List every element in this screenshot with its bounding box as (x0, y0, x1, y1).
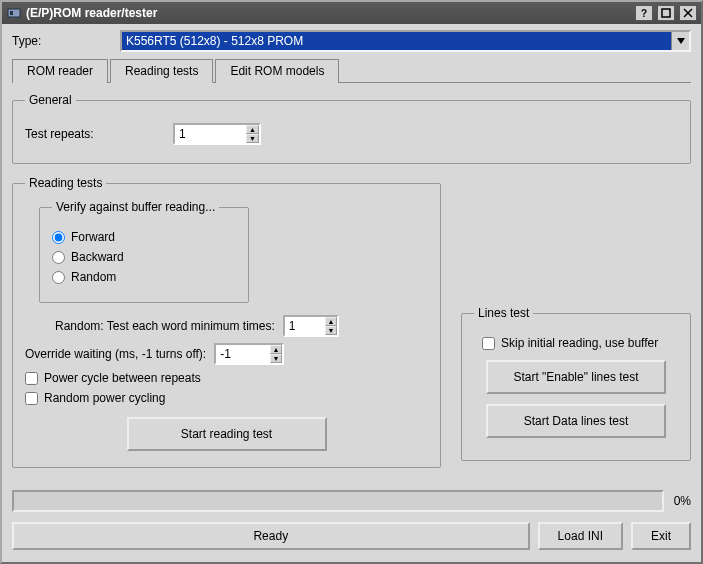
spin-down-icon[interactable]: ▼ (325, 326, 337, 335)
test-repeats-spinner[interactable]: ▲▼ (173, 123, 261, 145)
app-window: (E/P)ROM reader/tester ? Type: K556RT5 (… (0, 0, 703, 564)
random-min-label: Random: Test each word minimum times: (55, 319, 275, 333)
general-group: General Test repeats: ▲▼ (12, 93, 691, 164)
radio-forward-label: Forward (71, 230, 115, 244)
tab-reading-tests[interactable]: Reading tests (110, 59, 213, 83)
app-icon (6, 5, 22, 21)
random-min-spinner[interactable]: ▲▼ (283, 315, 339, 337)
exit-button[interactable]: Exit (631, 522, 691, 550)
tab-bar: ROM reader Reading tests Edit ROM models (12, 58, 691, 83)
progress-percent: 0% (674, 494, 691, 508)
spin-up-icon[interactable]: ▲ (270, 345, 283, 354)
radio-backward-label: Backward (71, 250, 124, 264)
type-row: Type: K556RT5 (512x8) - 512x8 PROM (12, 30, 691, 52)
radio-random-label: Random (71, 270, 116, 284)
svg-rect-1 (10, 11, 13, 15)
chevron-down-icon[interactable] (671, 32, 689, 50)
checkbox-power-cycle[interactable] (25, 372, 38, 385)
svg-rect-2 (662, 9, 670, 17)
test-repeats-label: Test repeats: (25, 127, 165, 141)
lines-test-legend: Lines test (474, 306, 533, 320)
type-selected-value: K556RT5 (512x8) - 512x8 PROM (126, 34, 303, 48)
start-reading-test-button[interactable]: Start reading test (127, 417, 327, 451)
radio-backward[interactable] (52, 251, 65, 264)
start-enable-lines-button[interactable]: Start "Enable" lines test (486, 360, 666, 394)
titlebar: (E/P)ROM reader/tester ? (2, 2, 701, 24)
tab-rom-reader[interactable]: ROM reader (12, 59, 108, 83)
load-ini-button[interactable]: Load INI (538, 522, 623, 550)
spin-down-icon[interactable]: ▼ (270, 354, 283, 363)
reading-tests-group: Reading tests Verify against buffer read… (12, 176, 441, 468)
maximize-button[interactable] (657, 5, 675, 21)
checkbox-random-power[interactable] (25, 392, 38, 405)
type-dropdown[interactable]: K556RT5 (512x8) - 512x8 PROM (120, 30, 691, 52)
override-waiting-label: Override waiting (ms, -1 turns off): (25, 347, 206, 361)
status-text: Ready (12, 522, 530, 550)
skip-initial-label: Skip initial reading, use buffer (501, 336, 658, 350)
random-min-input[interactable] (285, 317, 325, 335)
checkbox-skip-initial[interactable] (482, 337, 495, 350)
tab-edit-rom-models[interactable]: Edit ROM models (215, 59, 339, 83)
progress-row: 0% (12, 490, 691, 512)
spin-up-icon[interactable]: ▲ (246, 125, 259, 134)
radio-random[interactable] (52, 271, 65, 284)
status-row: Ready Load INI Exit (12, 522, 691, 550)
svg-rect-0 (8, 9, 20, 17)
override-waiting-spinner[interactable]: ▲▼ (214, 343, 284, 365)
reading-tests-legend: Reading tests (25, 176, 106, 190)
power-cycle-label: Power cycle between repeats (44, 371, 201, 385)
window-title: (E/P)ROM reader/tester (26, 6, 631, 20)
spin-up-icon[interactable]: ▲ (325, 317, 337, 326)
spin-down-icon[interactable]: ▼ (246, 134, 259, 143)
general-legend: General (25, 93, 76, 107)
progress-bar (12, 490, 664, 512)
lines-test-group: Lines test Skip initial reading, use buf… (461, 306, 691, 461)
random-power-label: Random power cycling (44, 391, 165, 405)
content-area: Type: K556RT5 (512x8) - 512x8 PROM ROM r… (2, 24, 701, 560)
start-data-lines-button[interactable]: Start Data lines test (486, 404, 666, 438)
test-repeats-input[interactable] (175, 125, 246, 143)
override-waiting-input[interactable] (216, 345, 269, 363)
radio-forward[interactable] (52, 231, 65, 244)
close-button[interactable] (679, 5, 697, 21)
type-label: Type: (12, 34, 112, 48)
verify-group: Verify against buffer reading... Forward… (39, 200, 249, 303)
svg-marker-5 (677, 38, 685, 44)
help-button[interactable]: ? (635, 5, 653, 21)
verify-legend: Verify against buffer reading... (52, 200, 219, 214)
